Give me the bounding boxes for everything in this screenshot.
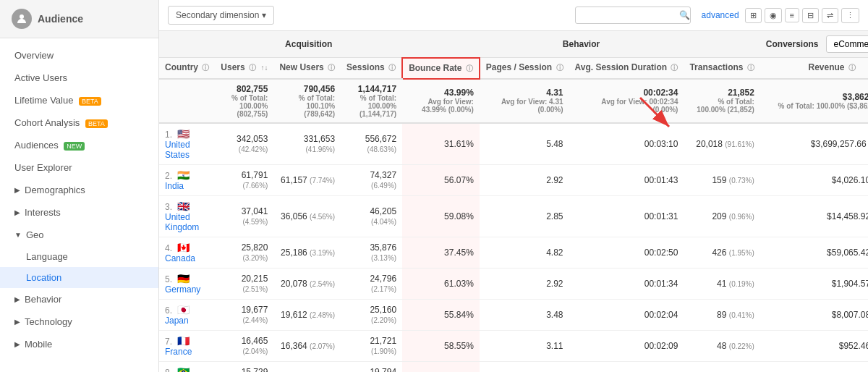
row-transactions-cell: 66 (0.30%)	[684, 361, 760, 372]
row-sessions-cell: 35,876 (3.13%)	[341, 237, 402, 268]
row-transactions-pct: (0.41%)	[729, 311, 754, 319]
row-new-users-value: 20,078	[281, 279, 307, 289]
country-flag: 🇮🇳	[177, 169, 190, 181]
row-transactions-pct: (0.22%)	[729, 342, 754, 350]
sidebar-item-language[interactable]: Language	[0, 246, 158, 267]
sidebar-item-location[interactable]: Location	[0, 267, 158, 288]
sidebar-item-audiences[interactable]: Audiences NEW	[0, 134, 158, 156]
country-flag: 🇯🇵	[177, 304, 190, 316]
row-users-pct: (3.20%)	[242, 254, 268, 262]
country-link[interactable]: Canada	[165, 253, 195, 263]
search-input[interactable]	[575, 7, 691, 24]
country-flag: 🇺🇸	[177, 128, 190, 140]
row-pages-session-cell: 4.82	[480, 237, 569, 268]
users-info-icon[interactable]: ⓘ	[249, 64, 256, 72]
more-button[interactable]: ⋮	[841, 8, 859, 23]
sessions-info-icon[interactable]: ⓘ	[388, 64, 396, 72]
avg-duration-info-icon[interactable]: ⓘ	[671, 64, 678, 72]
row-transactions-cell: 20,018 (91.61%)	[684, 123, 760, 165]
row-new-users-value: 331,653	[304, 134, 335, 144]
row-users-cell: 61,791 (7.66%)	[215, 164, 273, 195]
country-link[interactable]: India	[165, 181, 184, 191]
pages-session-info-icon[interactable]: ⓘ	[556, 64, 563, 72]
row-pages-session-value: 2.92	[546, 279, 563, 289]
table-row: 6. 🇯🇵 Japan 19,677 (2.44%) 19,612 (2.48%…	[159, 299, 868, 330]
row-country-cell: 7. 🇫🇷 France	[159, 330, 215, 361]
totals-new-users-value: 790,456	[279, 84, 335, 94]
row-bounce-rate-value: 55.84%	[444, 310, 474, 320]
row-bounce-rate-cell: 55.84%	[402, 299, 480, 330]
filter-button[interactable]: ⊟	[802, 8, 819, 23]
pages-session-col-header: Pages / Session ⓘ	[480, 58, 569, 79]
row-number: 2.	[165, 171, 175, 181]
users-col-header[interactable]: Users ⓘ ↑↓	[215, 58, 273, 79]
sidebar-item-active-users[interactable]: Active Users	[0, 67, 158, 89]
row-new-users-value: 25,186	[281, 248, 307, 258]
totals-transactions-pct: % of Total: 100.00% (21,852)	[689, 98, 754, 114]
revenue-col-header: Revenue ⓘ	[760, 58, 868, 79]
totals-bounce-rate-cell: 43.99% Avg for View: 43.99% (0.00%)	[402, 79, 480, 123]
beta-badge: BETA	[79, 97, 101, 106]
country-link[interactable]: Germany	[165, 284, 200, 295]
row-sessions-value: 19,794	[370, 367, 396, 373]
row-users-value: 61,791	[242, 170, 268, 180]
new-users-col-header: New Users ⓘ	[273, 58, 341, 79]
row-pages-session-value: 2.92	[546, 175, 563, 185]
row-bounce-rate-value: 37.45%	[444, 248, 474, 258]
secondary-dimension-button[interactable]: Secondary dimension ▾	[168, 6, 274, 25]
row-users-value: 20,215	[242, 274, 268, 284]
row-new-users-cell: 19,612 (2.48%)	[273, 299, 341, 330]
row-avg-duration-cell: 00:02:04	[569, 299, 684, 330]
row-new-users-cell: 15,637 (1.98%)	[273, 361, 341, 372]
bounce-rate-info-icon[interactable]: ⓘ	[466, 64, 473, 72]
sidebar-item-user-explorer[interactable]: User Explorer	[0, 156, 158, 179]
row-sessions-pct: (1.90%)	[371, 347, 396, 355]
country-link[interactable]: France	[165, 347, 192, 357]
row-number: 8.	[165, 368, 175, 373]
ecommerce-select[interactable]: eCommerce	[826, 35, 868, 53]
sidebar-group-demographics[interactable]: ▶Demographics	[0, 179, 158, 201]
totals-sessions-value: 1,144,717	[346, 84, 396, 94]
row-transactions-cell: 48 (0.22%)	[684, 330, 760, 361]
row-sessions-cell: 19,794 (1.73%)	[341, 361, 402, 372]
sidebar-group-behavior[interactable]: ▶Behavior	[0, 288, 158, 310]
row-bounce-rate-cell: 59.08%	[402, 195, 480, 237]
compare-button[interactable]: ⇌	[822, 8, 838, 23]
row-sessions-cell: 21,721 (1.90%)	[341, 330, 402, 361]
row-revenue-value: $59,065.42	[827, 248, 868, 258]
sidebar-item-lifetime-value[interactable]: Lifetime Value BETA	[0, 89, 158, 111]
totals-pages-session-sub: Avg for View: 4.31 (0.00%)	[485, 98, 563, 114]
chevron-right-icon-technology: ▶	[14, 318, 20, 326]
new-users-info-icon[interactable]: ⓘ	[328, 64, 335, 72]
country-col-header: Country ⓘ	[159, 58, 215, 79]
row-sessions-pct: (6.49%)	[371, 182, 396, 190]
bounce-rate-col-header: Bounce Rate ⓘ	[402, 58, 480, 79]
sidebar-group-technology[interactable]: ▶Technology	[0, 310, 158, 333]
list-view-button[interactable]: ≡	[785, 8, 799, 22]
country-link[interactable]: Japan	[165, 316, 189, 326]
revenue-info-icon[interactable]: ⓘ	[848, 64, 856, 72]
row-transactions-pct: (0.96%)	[729, 213, 754, 221]
sidebar-group-mobile[interactable]: ▶Mobile	[0, 333, 158, 355]
icon-view-button[interactable]: ◉	[765, 8, 782, 23]
advanced-link[interactable]: advanced	[702, 10, 739, 20]
sidebar-group-geo[interactable]: ▼Geo	[0, 224, 158, 246]
grid-view-button[interactable]: ⊞	[745, 8, 762, 23]
country-info-icon[interactable]: ⓘ	[202, 64, 209, 72]
row-bounce-rate-cell: 31.61%	[402, 123, 480, 165]
row-sessions-pct: (4.04%)	[371, 218, 396, 226]
row-users-value: 342,053	[237, 134, 268, 144]
sidebar: Audience Overview Active Users Lifetime …	[0, 0, 159, 372]
row-avg-duration-value: 00:02:04	[644, 310, 678, 320]
sidebar-group-interests[interactable]: ▶Interests	[0, 201, 158, 224]
sidebar-item-cohort-analysis[interactable]: Cohort Analysis BETA	[0, 111, 158, 134]
country-link[interactable]: United States	[165, 140, 190, 160]
transactions-info-icon[interactable]: ⓘ	[747, 64, 754, 72]
row-users-pct: (2.51%)	[242, 285, 268, 293]
row-sessions-value: 74,327	[370, 170, 396, 180]
row-avg-duration-cell: 00:01:43	[569, 164, 684, 195]
row-bounce-rate-cell: 58.52%	[402, 361, 480, 372]
sidebar-item-overview[interactable]: Overview	[0, 44, 158, 67]
users-sort-icon: ↑↓	[260, 64, 268, 72]
country-link[interactable]: United Kingdom	[165, 212, 199, 232]
